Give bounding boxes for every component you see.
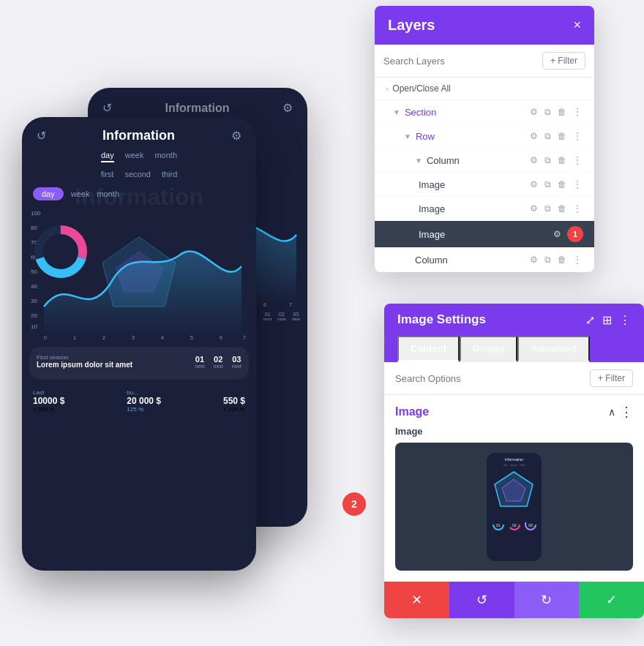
search-options-row: + Filter: [384, 362, 644, 395]
chevron-up-icon[interactable]: ∧: [608, 406, 615, 418]
stat-sub-next2: next: [277, 317, 285, 321]
more-icon-section[interactable]: ⋮: [620, 404, 633, 420]
copy-icon-col2[interactable]: ⧉: [543, 253, 553, 266]
layers-search-input[interactable]: [383, 56, 536, 67]
chevron-col1: ▼: [415, 157, 422, 165]
settings-icon-section[interactable]: ⚙: [528, 105, 539, 119]
copy-icon-row[interactable]: ⧉: [543, 129, 553, 143]
settings-icon-img1[interactable]: ⚙: [528, 178, 539, 191]
columns-icon[interactable]: ⊞: [602, 313, 612, 327]
layers-panel: Layers × + Filter › Open/Close All ▼ Sec…: [375, 6, 594, 272]
bs-change-3: + 220 %: [223, 406, 245, 413]
layer-item-section: ▼ Section ⚙ ⧉ 🗑 ⋮: [375, 100, 594, 124]
settings-icon-row[interactable]: ⚙: [528, 129, 539, 143]
redo-icon: ↻: [541, 592, 552, 608]
expand-icon[interactable]: ⤢: [585, 313, 595, 327]
more-icon-col1[interactable]: ⋮: [572, 154, 583, 167]
preview-info-title: Information: [490, 457, 539, 462]
delete-icon-img2[interactable]: 🗑: [556, 202, 568, 215]
redo-button[interactable]: ↻: [514, 582, 580, 618]
tab-third-front[interactable]: third: [162, 170, 177, 179]
svg-text:1: 1: [73, 335, 76, 340]
preview-circle-3: 03: [524, 518, 537, 531]
bs-change-2: 125 %: [127, 406, 161, 413]
preview-phone-mockup: Information first second third 01 02: [487, 453, 542, 561]
tab-first-front[interactable]: first: [101, 170, 114, 179]
image-preview: Information first second third 01 02: [395, 443, 633, 571]
confirm-icon: ✓: [606, 592, 617, 608]
first-season-title: Lorem ipsum dolor sit amet: [37, 361, 132, 369]
confirm-button[interactable]: ✓: [579, 582, 644, 618]
tab-content[interactable]: Content: [397, 336, 460, 362]
action-bar: ✕ ↺ ↻ ✓: [384, 582, 644, 618]
settings-icon-img2[interactable]: ⚙: [528, 202, 539, 215]
svg-text:10: 10: [31, 323, 37, 330]
more-icon-img1[interactable]: ⋮: [572, 178, 583, 191]
layer-item-row: ▼ Row ⚙ ⧉ 🗑 ⋮: [375, 124, 594, 149]
open-close-label[interactable]: Open/Close All: [392, 83, 450, 94]
more-icon-header[interactable]: ⋮: [619, 313, 631, 327]
more-icon-row[interactable]: ⋮: [572, 129, 583, 143]
stat1-num: 01: [195, 355, 204, 364]
settings-icon-col1[interactable]: ⚙: [528, 154, 539, 167]
delete-icon-col2[interactable]: 🗑: [556, 253, 568, 266]
delete-icon-col1[interactable]: 🗑: [556, 154, 568, 167]
image-section-icons: ∧ ⋮: [608, 404, 633, 420]
preview-tab3: third: [520, 464, 525, 467]
phone-front: ↺ Information ⚙ day week month first sec…: [22, 117, 256, 571]
tab-day-front[interactable]: day: [101, 151, 114, 162]
bs-value-2: 20 000 $: [127, 396, 161, 406]
layer-item-image2: Image ⚙ ⧉ 🗑 ⋮: [375, 197, 594, 221]
layer-label-row: Row: [416, 131, 528, 142]
cancel-button[interactable]: ✕: [384, 582, 449, 618]
delete-icon-img1[interactable]: 🗑: [556, 178, 568, 191]
delete-icon-section[interactable]: 🗑: [556, 105, 568, 119]
bottom-stats: Last 10000 $ + 200 % bu... 20 000 $ 125 …: [22, 383, 256, 418]
svg-text:6: 6: [220, 335, 222, 340]
delete-icon-row[interactable]: 🗑: [556, 129, 568, 143]
stat3-num: 03: [232, 355, 242, 364]
more-icon-section[interactable]: ⋮: [572, 105, 583, 119]
tab-week-front[interactable]: week: [125, 151, 144, 162]
preview-circle-2: 02: [508, 518, 521, 531]
day-button[interactable]: day: [33, 187, 64, 200]
bs-label-2: bu...: [127, 389, 161, 396]
svg-text:4: 4: [161, 335, 164, 340]
chevron-row: ▼: [404, 132, 411, 140]
svg-text:01: 01: [496, 523, 501, 527]
layers-filter-button[interactable]: + Filter: [542, 52, 585, 70]
search-options-input[interactable]: [395, 373, 584, 384]
tab-design[interactable]: Design: [460, 336, 517, 362]
tab-second-front[interactable]: second: [124, 170, 150, 179]
tab-advanced[interactable]: Advanced: [517, 336, 589, 362]
copy-icon-section[interactable]: ⧉: [543, 105, 553, 119]
cancel-icon: ✕: [411, 592, 422, 608]
layer-label-section: Section: [405, 107, 528, 118]
layer-label-image1: Image: [419, 179, 528, 190]
settings-icon-col2[interactable]: ⚙: [528, 253, 539, 266]
bs-label-3: [223, 389, 245, 396]
settings-filter-button[interactable]: + Filter: [590, 369, 633, 387]
more-icon-col2[interactable]: ⋮: [572, 253, 583, 266]
copy-icon-img2[interactable]: ⧉: [543, 202, 553, 215]
layer-item-image3-highlighted[interactable]: Image ⚙ 1: [375, 221, 594, 248]
settings-header: Image Settings ⤢ ⊞ ⋮: [384, 304, 644, 336]
bs-value-1: 10000 $: [33, 396, 64, 406]
donut-front: [31, 222, 90, 281]
svg-text:40: 40: [31, 283, 37, 290]
bs-label-1: Last: [33, 389, 64, 396]
history-icon: ↺: [102, 101, 112, 115]
layers-close-button[interactable]: ×: [573, 18, 581, 33]
preview-tab2: second: [510, 464, 517, 467]
copy-icon-img1[interactable]: ⧉: [543, 178, 553, 191]
left-section: ↺ Information ⚙ day week month first sec…: [0, 0, 359, 646]
front-phone-title: Information: [102, 128, 175, 143]
undo-button[interactable]: ↺: [449, 582, 514, 618]
copy-icon-col1[interactable]: ⧉: [543, 154, 553, 167]
layers-search-row: + Filter: [375, 45, 594, 78]
tab-month-front[interactable]: month: [154, 151, 177, 162]
stat3-next: next: [232, 364, 242, 369]
layer-label-column2: Column: [415, 255, 528, 266]
settings-icon-img3[interactable]: ⚙: [552, 228, 563, 241]
more-icon-img2[interactable]: ⋮: [572, 202, 583, 215]
